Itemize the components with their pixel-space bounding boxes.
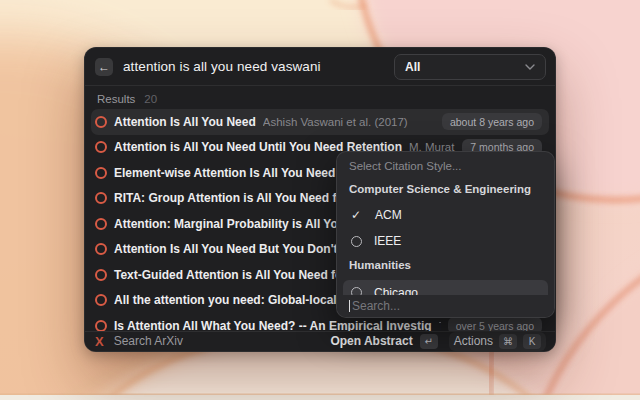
arxiv-ring-icon xyxy=(95,167,107,179)
desktop: ← attention is all you need vaswani All … xyxy=(0,0,640,400)
search-input[interactable]: attention is all you need vaswani xyxy=(123,59,384,74)
text-cursor xyxy=(349,300,350,312)
filter-dropdown[interactable]: All xyxy=(394,54,546,80)
k-key-icon: K xyxy=(523,334,541,349)
return-key-icon: ↵ xyxy=(420,334,438,349)
citation-section-humanities: Humanities xyxy=(349,259,411,271)
arxiv-ring-icon xyxy=(95,116,107,128)
arxiv-ring-icon xyxy=(95,218,107,230)
arxiv-ring-icon xyxy=(95,320,107,332)
result-row[interactable]: Attention Is All You Need Ashish Vaswani… xyxy=(91,109,549,135)
citation-item-acm[interactable]: ✓ ACM xyxy=(343,203,548,227)
actions-button[interactable]: Actions ⌘ K xyxy=(449,332,546,351)
command-key-icon: ⌘ xyxy=(499,334,517,349)
arxiv-ring-icon xyxy=(95,243,107,255)
chevron-down-icon xyxy=(525,64,535,70)
app-name: Search ArXiv xyxy=(114,334,183,348)
results-count: 20 xyxy=(144,93,157,105)
citation-section-cs: Computer Science & Engineering xyxy=(349,183,531,195)
result-authors: Thomas Dowdell et al. (2019) xyxy=(439,320,441,332)
arxiv-ring-icon xyxy=(95,294,107,306)
radio-circle-icon xyxy=(351,236,362,247)
check-icon: ✓ xyxy=(351,208,363,222)
open-abstract-button[interactable]: Open Abstract xyxy=(330,334,412,348)
citation-search-input[interactable]: Search... xyxy=(337,295,554,317)
footer-bar: X Search ArXiv Open Abstract ↵ Actions ⌘… xyxy=(85,331,555,351)
citation-search-placeholder: Search... xyxy=(352,299,400,313)
citation-menu-header: Select Citation Style... xyxy=(349,160,462,172)
citation-style-menu: Select Citation Style... Computer Scienc… xyxy=(336,151,555,318)
back-arrow-icon: ← xyxy=(98,58,110,76)
filter-dropdown-value: All xyxy=(405,60,420,74)
actions-label: Actions xyxy=(454,334,493,348)
results-header: Results 20 xyxy=(85,86,555,108)
result-age-badge: about 8 years ago xyxy=(442,113,542,130)
back-button[interactable]: ← xyxy=(95,58,113,76)
arxiv-ring-icon xyxy=(95,269,107,281)
result-title: Element-wise Attention Is All You Need xyxy=(114,166,335,180)
result-title: Attention Is All You Need xyxy=(114,115,256,129)
arxiv-ring-icon xyxy=(95,192,107,204)
citation-item-ieee[interactable]: IEEE xyxy=(343,229,548,253)
results-label: Results xyxy=(97,93,135,105)
result-authors: Ashish Vaswani et al. (2017) xyxy=(263,116,408,128)
footer-actions: Open Abstract ↵ Actions ⌘ K xyxy=(330,332,546,351)
arxiv-logo-icon: X xyxy=(95,334,104,349)
search-header: ← attention is all you need vaswani All xyxy=(85,48,555,86)
arxiv-ring-icon xyxy=(95,141,107,153)
